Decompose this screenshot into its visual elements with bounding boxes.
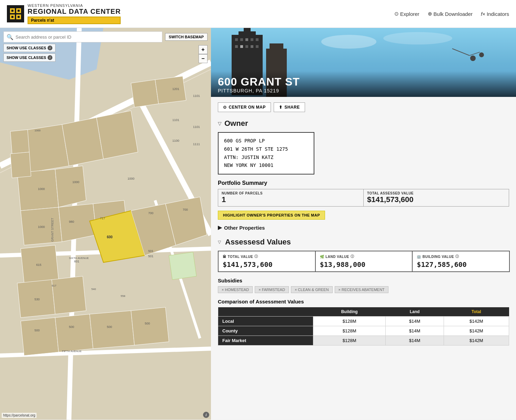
num-parcels-value: 1 xyxy=(222,195,360,204)
svg-text:1111: 1111 xyxy=(193,142,200,146)
svg-text:601: 601 xyxy=(74,260,79,263)
subsidies-area: Subsidies × HOMESTEAD × FARMSTEAD × CLEA… xyxy=(218,278,509,293)
svg-rect-88 xyxy=(256,45,259,48)
land-icon: 🌿 xyxy=(320,255,324,259)
other-properties-toggle[interactable]: ▶ Other Properties xyxy=(218,224,509,231)
svg-text:1000: 1000 xyxy=(38,187,45,191)
svg-text:FIFTH AVENUE: FIFTH AVENUE xyxy=(62,350,82,353)
property-photo: 600 GRANT ST PITTSBURGH, PA 15219 xyxy=(211,28,516,97)
svg-marker-21 xyxy=(55,166,86,207)
svg-marker-33 xyxy=(90,311,134,349)
highlight-owner-button[interactable]: HIGHLIGHT OWNER'S PROPERTIES ON THE MAP xyxy=(218,211,325,220)
col-header-empty xyxy=(218,307,313,317)
owner-collapse-arrow: ▽ xyxy=(218,121,222,126)
center-on-map-button[interactable]: ⊙ CENTER ON MAP xyxy=(218,102,271,112)
map-top-row: 🔍 SWITCH BASEMAP xyxy=(3,31,208,42)
search-input[interactable] xyxy=(16,34,159,40)
svg-marker-19 xyxy=(97,111,138,159)
table-row: County $128M $14M $142M xyxy=(218,326,509,336)
svg-rect-90 xyxy=(270,43,283,50)
nav-explorer[interactable]: ⊙ Explorer xyxy=(394,11,419,17)
owner-name: 600 GS PROP LP xyxy=(224,137,308,145)
action-buttons: ⊙ CENTER ON MAP ⬆ SHARE xyxy=(218,102,509,112)
svg-rect-82 xyxy=(251,38,253,41)
nav-bulk-downloader[interactable]: ⊕ Bulk Downloader xyxy=(428,11,473,17)
zoom-in-button[interactable]: + xyxy=(199,45,208,54)
total-assessed-cell: TOTAL ASSESSED VALUE $141,573,600 xyxy=(364,189,509,206)
main-layout: GRANT STREET SIXTH AVENUE FIFTH AVENUE 6… xyxy=(0,28,516,420)
nav-indicators[interactable]: f× Indicators xyxy=(481,11,509,17)
info-icon-2: i xyxy=(48,55,52,60)
col-header-building: Building xyxy=(313,307,386,317)
svg-text:1000: 1000 xyxy=(34,129,41,132)
svg-point-96 xyxy=(383,32,452,44)
other-props-arrow: ▶ xyxy=(218,224,222,231)
parcels-badge[interactable]: Parcels n'at xyxy=(28,17,121,24)
svg-text:500: 500 xyxy=(107,325,112,329)
subsidies-tags: × HOMESTEAD × FARMSTEAD × CLEAN & GREEN … xyxy=(218,286,509,293)
svg-marker-30 xyxy=(52,276,86,314)
svg-text:1100: 1100 xyxy=(172,139,179,142)
owner-address3: NEW YORK NY 10001 xyxy=(224,161,308,170)
map-background[interactable]: GRANT STREET SIXTH AVENUE FIFTH AVENUE 6… xyxy=(0,28,211,420)
search-box[interactable]: 🔍 xyxy=(3,31,162,42)
owner-address2: ATTN: JUSTIN KATZ xyxy=(224,153,308,162)
svg-text:501: 501 xyxy=(148,254,153,258)
svg-text:540: 540 xyxy=(91,288,96,291)
total-value-cell: 🏛 TOTAL VALUE ⓘ $141,573,600 xyxy=(218,251,316,272)
address-street: 600 GRANT ST xyxy=(218,76,509,87)
total-value: $141,573,600 xyxy=(223,260,311,269)
land-info-icon[interactable]: ⓘ xyxy=(351,254,354,259)
show-use-classes-button-2[interactable]: SHOW USE CLASSES i xyxy=(3,53,55,62)
row-local-land: $14M xyxy=(386,317,444,326)
switch-basemap-button[interactable]: SWITCH BASEMAP xyxy=(165,33,208,41)
table-row: Local $128M $14M $142M xyxy=(218,317,509,326)
share-button[interactable]: ⬆ SHARE xyxy=(274,102,305,112)
svg-point-95 xyxy=(321,35,376,49)
homestead-tag: × HOMESTEAD xyxy=(218,286,253,293)
building-total-icon: 🏛 xyxy=(223,255,226,259)
row-local-building: $128M xyxy=(313,317,386,326)
logo-area: WESTERN PENNSYLVANIA REGIONAL DATA CENTE… xyxy=(7,3,121,24)
address-city: PITTSBURGH, PA 15219 xyxy=(218,88,509,93)
owner-section-header[interactable]: ▽ Owner xyxy=(218,119,509,128)
row-local-label: Local xyxy=(218,317,313,326)
zoom-controls: + − xyxy=(199,45,208,63)
total-assessed-value: $141,573,600 xyxy=(367,195,505,204)
map-controls: 🔍 SWITCH BASEMAP SHOW USE CLASSES i SHOW… xyxy=(0,31,211,62)
subsidies-title: Subsidies xyxy=(218,278,509,283)
building-info-icon[interactable]: ⓘ xyxy=(455,254,459,259)
svg-rect-80 xyxy=(240,38,243,41)
search-icon: 🔍 xyxy=(7,34,13,40)
map-info-button[interactable]: i xyxy=(203,412,209,418)
clean-green-tag: × CLEAN & GREEN xyxy=(291,286,333,293)
org-sub: WESTERN PENNSYLVANIA xyxy=(28,3,121,8)
address-overlay: 600 GRANT ST PITTSBURGH, PA 15219 xyxy=(211,71,516,97)
show-use-classes-button-1[interactable]: SHOW USE CLASSES i xyxy=(3,44,55,52)
svg-text:GRANT STREET: GRANT STREET xyxy=(51,218,54,242)
function-icon: f× xyxy=(481,11,485,17)
row-county-land: $14M xyxy=(386,326,444,336)
svg-text:700: 700 xyxy=(148,211,153,215)
svg-text:530: 530 xyxy=(34,298,40,301)
svg-text:500: 500 xyxy=(145,322,150,325)
total-assessed-label: TOTAL ASSESSED VALUE xyxy=(367,191,505,195)
share-icon: ⬆ xyxy=(279,105,283,110)
svg-text:1101: 1101 xyxy=(172,118,179,122)
zoom-out-button[interactable]: − xyxy=(199,54,208,63)
svg-text:717: 717 xyxy=(100,217,105,220)
portfolio-summary: Portfolio Summary NUMBER OF PARCELS 1 TO… xyxy=(218,180,509,231)
app-header: WESTERN PENNSYLVANIA REGIONAL DATA CENTE… xyxy=(0,0,516,28)
abatement-tag: × RECEIVES ABATEMENT xyxy=(335,286,388,293)
num-parcels-cell: NUMBER OF PARCELS 1 xyxy=(218,189,364,206)
detail-content: ⊙ CENTER ON MAP ⬆ SHARE ▽ Owner 600 GS P… xyxy=(211,97,516,358)
assessed-section-header[interactable]: ▽ Assessesd Values xyxy=(218,238,509,247)
row-fairmarket-label: Fair Market xyxy=(218,336,313,346)
building-icon: 🏢 xyxy=(417,255,421,259)
land-value-label: 🌿 LAND VALUE ⓘ xyxy=(320,254,408,259)
land-value: $13,988,000 xyxy=(320,260,408,269)
svg-text:1101: 1101 xyxy=(193,125,200,129)
total-info-icon[interactable]: ⓘ xyxy=(254,254,258,259)
svg-marker-36 xyxy=(155,76,186,104)
org-main: REGIONAL DATA CENTER xyxy=(28,8,121,15)
